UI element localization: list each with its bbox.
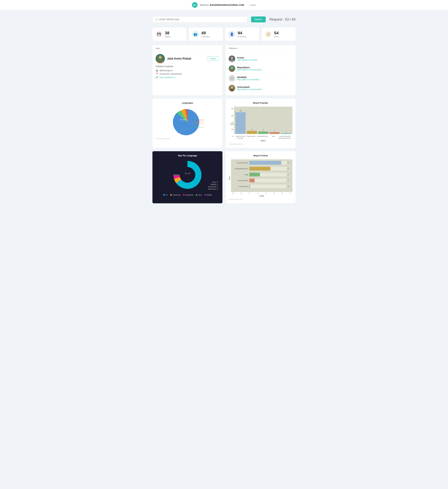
fusion-trial-label: FusionCharts Trial [229,198,292,200]
bar-item: 4 [258,129,268,134]
search-box [152,16,247,23]
logout-button[interactable]: Logout [249,4,256,6]
donut-label: JavaScript, 2 [156,186,218,187]
star-per-language-title: Star Per Language [156,154,219,157]
pie-container: C#, 71% Matlab, 4% Java, 4% HTML, 7% Jav… [156,107,219,136]
follow-button[interactable]: Follow [207,56,219,61]
follower-url: https://github.com/antosubash [237,88,262,90]
most-forked-chart: Mopst Forked Ripos TinyInterceptor 6 [225,151,296,203]
user-company: 🏢 @Bookingcom [156,69,219,72]
header: BA Welcome, BAHAREDADRASI@GMAIL.COM Logo… [0,0,448,10]
donut-container: C#, 49 Java, 0 Matlab, 0 JavaScript, 2 T… [156,159,219,192]
user-bio: Software Engineer [156,65,219,68]
donut-legend: C# TypeScript JavaScript Java Matlab [156,194,219,196]
svg-point-3 [159,56,162,59]
user-followers-section: User Jalal Amini Robati Follow Software … [152,45,296,95]
legend-item: JavaScript [183,194,193,196]
list-item: Waynebloss https://github.com/waynebloss [229,64,292,73]
repos-label: Repos [165,35,171,38]
gists-value: 54 [274,31,279,35]
followers-label: Followers [201,35,210,38]
svg-text:Matlab, 4%: Matlab, 4% [198,119,204,121]
search-row: Search Request : 53 / 60 [152,16,296,23]
followers-card-header: Followers [225,45,296,51]
follower-name: Abolfathi [237,76,259,79]
languages-chart-title: Languages [156,102,219,104]
follower-name: Waynebloss [237,66,262,69]
svg-text:JavaScript, 14%: JavaScript, 14% [194,126,204,128]
fusion-trial-label: FusionCharts Trial [229,143,292,145]
bar-item: 3 [269,130,280,134]
request-info: Request : 53 / 60 [269,17,296,21]
legend-item: TypeScript [170,194,181,196]
header-welcome: Welcome, BAHAREDADRASI@GMAIL.COM [200,4,244,6]
user-card-body: Jalal Amini Robati Follow Software Engin… [152,51,223,82]
repos-value: 38 [165,31,171,35]
follower-url: https://github.com/waynebloss [237,69,262,71]
x-axis-label: Ripos [234,140,292,142]
avatar [229,65,235,72]
x-axis-ticks: 01234567 [231,192,292,194]
svg-point-15 [231,86,233,89]
following-value: 94 [238,31,246,35]
stat-card-followers: 👥 49 Followers [189,27,223,41]
fusion-trial-label: FusionCharts Trial [156,138,219,139]
followers-value: 49 [201,31,210,35]
stat-card-following: 👤 94 Following [225,27,259,41]
company-icon: 🏢 [156,69,158,72]
donut-label: Matlab, 0 [156,183,218,185]
donut-label: Java, 0 [156,181,218,183]
follower-name: Antosubash [237,86,262,88]
avatar [229,56,235,62]
search-button[interactable]: Search [251,16,266,22]
gists-label: Gists [274,35,279,38]
bar-label: TinyInterceptor [246,136,256,139]
hbar-item: ZeusCaching 1 [232,179,291,182]
follower-url: https://github.com/abolfathi [237,79,259,81]
follower-name: Arastu [237,57,257,59]
svg-point-0 [155,18,157,20]
bar-label: AspectOrientedProgrammingWithUnity [279,136,291,139]
svg-text:HTML, 7%: HTML, 7% [197,123,203,125]
following-label: Following [238,35,246,38]
svg-text:C#, 71%: C#, 71% [180,119,186,121]
user-avatar-badge: BA [192,2,198,8]
hbar-item: TinyInterceptor 6 [232,161,291,165]
bar-item: 35 [235,110,246,134]
y-axis-label: Ripos [229,175,230,182]
user-card-header: User [152,45,223,51]
follower-url: https://github.com/arastu [237,59,257,61]
languages-chart: Languages C#, 71% Matlab, 4% [152,98,223,148]
followers-icon: 👥 [192,31,199,38]
bar-item: 5 [247,129,257,134]
svg-point-9 [231,67,233,69]
hbar-item: drag 2 [232,173,291,176]
legend-item: Matlab [204,194,212,196]
charts-row-2: Star Per Language C#, 49 Ja [152,151,296,203]
link-icon: 🔗 [156,76,158,79]
charts-row-1: Languages C#, 71% Matlab, 4% [152,98,296,148]
avatar [156,54,165,63]
bar-label: LhsBracketParser [257,136,268,139]
donut-label: TypeScript, 3 [156,188,218,190]
search-icon [155,18,158,21]
bar-item: 1 [281,131,291,134]
website-link[interactable]: https://jalalamini.ir [159,76,176,79]
repos-icon: 💾 [156,31,162,38]
followers-list: Arastu https://github.com/arastu W [225,51,296,95]
list-item: Abolfathi https://github.com/abolfathi [229,73,292,83]
location-icon: 📍 [156,73,158,75]
user-location: 📍 Amsterdam, Netherlands [156,73,219,75]
star-per-language-chart: Star Per Language C#, 49 Ja [152,151,223,203]
bar-label: HttpClientCodeGenerator [235,136,245,139]
hbar-item: LhsBracketParser 4 [232,167,291,171]
svg-point-6 [231,57,233,59]
most-popular-title: Mopst Popular [229,102,292,104]
most-popular-chart: Mopst Popular 40 30 20 10 0 Stars [225,98,296,148]
list-item: Antosubash https://github.com/antosubash [229,83,292,93]
user-website: 🔗 https://jalalamini.ir [156,76,219,79]
avatar [229,75,235,82]
search-input[interactable] [159,18,245,21]
legend-item: C# [163,194,168,196]
bar-label: drag [269,136,277,139]
